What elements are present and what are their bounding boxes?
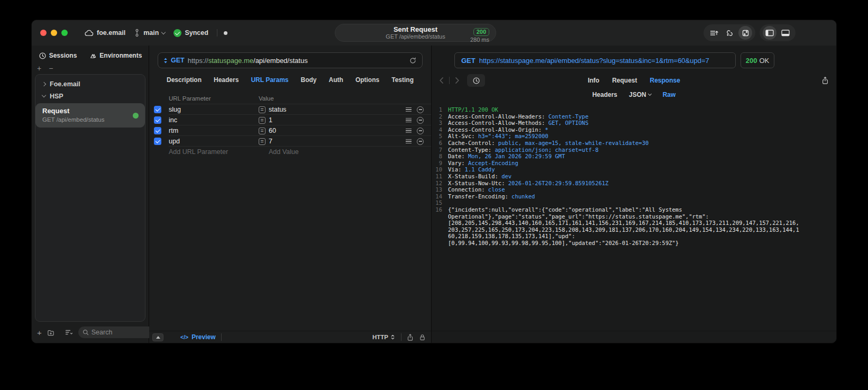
param-value-field[interactable]: 60 [269,127,276,134]
back-button[interactable] [439,77,444,84]
sort-list-button[interactable] [65,329,74,336]
line-number: 14 [432,193,442,200]
tab-headers[interactable]: Headers [214,76,239,84]
search-icon [83,329,89,335]
tab-response[interactable]: Response [650,77,680,84]
row-options-icon[interactable] [406,139,412,143]
header-value: chunked [511,193,535,199]
import-export-button[interactable] [738,26,752,40]
header-name: X-Status-Build: [448,173,501,179]
subtab-json[interactable]: JSON [629,91,651,98]
refresh-icon[interactable] [409,57,417,65]
request-list-item-selected[interactable]: Request GET /api/embed/status [35,103,145,128]
request-method[interactable]: GET [171,57,185,64]
tab-request[interactable]: Request [612,77,637,84]
forward-button[interactable] [455,77,460,84]
new-folder-button[interactable] [47,329,55,337]
request-url[interactable]: https://statuspage.me/api/embed/status [188,57,308,65]
preview-button[interactable]: </> Preview [180,333,216,341]
protocol-selector[interactable]: HTTP [372,334,396,340]
request-footer: </> Preview HTTP [149,331,431,343]
row-options-icon[interactable] [406,107,412,112]
response-url-box[interactable]: GET https://statuspage.me/api/embed/stat… [454,52,736,68]
unsaved-indicator-dot [224,31,227,35]
response-line: 5Alt-Svc: h3=":443"; ma=2592000 [432,133,830,140]
param-row-rtm: rtm=60 [149,125,431,136]
chevron-down-icon [161,30,166,34]
tab-auth[interactable]: Auth [329,76,343,84]
header-value: * [545,126,548,133]
request-list-button[interactable] [707,26,720,40]
header-name: Date: [448,153,468,159]
sent-request-pill[interactable]: Sent Request GET /api/embed/status 200 2… [335,24,496,42]
param-name-field[interactable]: rtm [169,127,259,134]
param-value-field[interactable]: 1 [269,116,272,124]
remove-session-button[interactable]: − [49,65,53,73]
header-name: Transfer-Encoding: [448,193,511,199]
titlebar: foe.email main Synced Sent Request GET /… [32,20,836,46]
remove-row-icon[interactable] [417,106,424,113]
response-body[interactable]: 1HTTP/1.1 200 OK2Access-Control-Allow-He… [432,102,836,331]
response-line: 3Access-Control-Allow-Methods: GET, OPTI… [432,120,830,126]
ssl-lock-icon[interactable] [419,333,426,341]
param-enabled-checkbox[interactable] [154,127,161,134]
tab-url-params[interactable]: URL Params [251,76,288,84]
code-icon: </> [180,334,188,340]
history-clock-icon [472,77,480,85]
param-value-field[interactable]: 7 [269,138,272,145]
branch-selector[interactable]: main [134,29,165,37]
remove-row-icon[interactable] [417,117,424,124]
hooks-button[interactable] [723,26,736,40]
tab-environments[interactable]: Environments [88,52,142,60]
zoom-window-button[interactable] [61,30,68,36]
url-params-table: URL Parameter Value slug=statusinc=1rtm=… [149,93,431,157]
sync-label: Synced [185,29,208,37]
minimize-window-button[interactable] [51,30,57,36]
close-window-button[interactable] [40,30,47,36]
equals-icon: = [259,128,266,134]
add-session-button[interactable]: + [37,65,41,73]
row-options-icon[interactable] [406,118,412,122]
param-enabled-checkbox[interactable] [154,106,161,113]
history-button[interactable] [467,74,485,87]
row-options-icon[interactable] [406,129,412,133]
subtab-headers[interactable]: Headers [592,91,617,98]
tab-body[interactable]: Body [301,76,317,84]
share-request-button[interactable] [407,333,414,341]
tab-testing[interactable]: Testing [391,76,414,84]
param-name-field[interactable]: upd [169,138,259,145]
remove-row-icon[interactable] [417,138,424,145]
expand-console-button[interactable] [152,333,163,341]
tree-group-foe-email[interactable]: Foe.email [35,78,145,90]
method-sort-icon [163,58,168,64]
sync-status[interactable]: Synced [173,29,208,37]
response-line: 6Cache-Control: public, max-age=15, stal… [432,140,830,147]
tab-sessions[interactable]: Sessions [39,52,77,60]
export-response-button[interactable] [821,76,829,85]
add-param-name-field[interactable]: Add URL Parameter [169,148,259,156]
add-request-button[interactable]: + [37,329,42,337]
param-value-field[interactable]: status [269,106,286,113]
add-param-value-field[interactable]: Add Value [269,148,299,156]
header-name: Connection: [448,186,488,193]
tab-options[interactable]: Options [355,76,379,84]
sessions-clock-icon [39,52,47,60]
param-name-field[interactable]: slug [169,106,259,113]
param-enabled-checkbox[interactable] [154,116,161,124]
project-switcher[interactable]: foe.email [85,29,125,37]
tab-description[interactable]: Description [167,76,202,84]
branch-name: main [143,29,159,37]
subtab-raw[interactable]: Raw [663,91,676,98]
add-param-row: Add URL Parameter Add Value [149,147,431,157]
request-url-bar[interactable]: GET https://statuspage.me/api/embed/stat… [158,52,423,68]
param-name-field[interactable]: inc [169,116,259,124]
tree-group-hsp[interactable]: HSP [35,90,145,102]
remove-row-icon[interactable] [417,128,424,134]
toggle-sidebar-button[interactable] [763,26,776,40]
line-number: 15 [432,199,442,206]
branch-icon [134,29,140,37]
tab-info[interactable]: Info [588,77,599,84]
param-enabled-checkbox[interactable] [154,138,161,145]
response-tabs: Info Request Response [588,77,680,84]
toggle-bottom-panel-button[interactable] [779,26,792,40]
